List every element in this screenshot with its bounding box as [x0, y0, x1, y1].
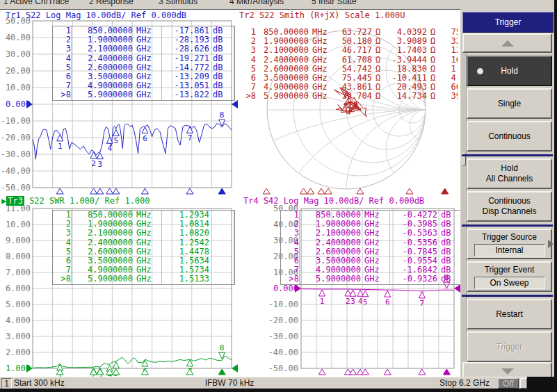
- softkey-single[interactable]: Single: [467, 88, 552, 119]
- svg-text:4: 4: [358, 297, 363, 306]
- tr1-marker-table: 1850.00000MHz-17.861dB21.9000000GHz-28.1…: [52, 26, 235, 101]
- menu-item-1[interactable]: 1 Active Ch/Trace: [3, 0, 69, 6]
- tr4-title: Tr4 S42 Log Mag 10.00dB/ Ref 0.000dB: [243, 196, 424, 206]
- marker-row: 42.4000000GHz61.708Ω-3.9444Ω16: [242, 56, 458, 65]
- softkey-label-line2: All Channels: [486, 174, 533, 184]
- svg-text:7.000: 7.000: [6, 268, 31, 277]
- svg-text:2.000: 2.000: [6, 348, 31, 357]
- marker-row: 74.9000000GHz-1.6842dB: [281, 266, 462, 275]
- softkey-value-trigger-source: Internal: [474, 244, 545, 256]
- svg-text:3: 3: [350, 297, 355, 306]
- svg-text:-10.00: -10.00: [268, 300, 298, 309]
- marker-row: 52.6000000GHz1.4478: [53, 247, 234, 256]
- marker-row: 32.1000000GHz-28.626dB: [53, 44, 234, 54]
- marker-row: 74.9000000GHz1.5734: [53, 266, 234, 275]
- svg-text:8: 8: [220, 111, 225, 120]
- softkey-label: Continuous: [488, 131, 531, 142]
- marker-row: >85.9000000GHz1.5133: [53, 275, 234, 284]
- scroll-up-icon: [501, 40, 514, 47]
- softkey-label: Continuous: [488, 196, 531, 206]
- svg-text:10.00: 10.00: [6, 220, 31, 229]
- svg-text:8.000: 8.000: [6, 252, 31, 261]
- marker-row: 63.5000000GHz75.445Ω-10.411Ω4.: [242, 74, 458, 83]
- tr3-active-badge: Tr3: [6, 196, 24, 206]
- scroll-down-icon: [501, 368, 514, 375]
- softkey-label: Trigger: [497, 342, 523, 352]
- svg-text:6.000: 6.000: [6, 284, 31, 293]
- scroll-up-button[interactable]: [462, 33, 552, 53]
- svg-text:9.000: 9.000: [6, 236, 31, 245]
- marker-row: 52.6000000GHz54.742Ω18.830Ω1.: [242, 65, 458, 74]
- svg-text:20.00: 20.00: [6, 66, 31, 76]
- status-spare-box: [520, 378, 527, 389]
- marker-row: >85.9000000GHz-13.822dB: [53, 90, 234, 99]
- svg-text:10.00: 10.00: [6, 83, 31, 92]
- screen-bottom-edge: [0, 389, 557, 392]
- svg-text:5.000: 5.000: [6, 300, 31, 309]
- tr1-title: Tr1 S22 Log Mag 10.00dB/ Ref 0.000dB: [6, 10, 186, 20]
- marker-row: 1850.00000MHz1.2934: [53, 211, 234, 220]
- svg-text:6: 6: [385, 297, 390, 307]
- tr2-title: Tr2 S22 Smith (R+jX) Scale 1.000U: [239, 10, 405, 20]
- menu-item-3[interactable]: 3 Stimulus: [159, 0, 197, 6]
- marker-row: 74.9000000GHz43.861Ω20.493Ω66: [242, 83, 458, 92]
- marker-row: 42.4000000GHz-0.5356dB: [281, 238, 462, 247]
- svg-text:-40.00: -40.00: [268, 348, 298, 357]
- tr2-marker-table: 1850.00000MHz63.727Ω4.0392Ω7521.9000000G…: [242, 28, 458, 101]
- marker-row: 74.9000000GHz-13.051dB: [53, 81, 234, 90]
- softkey-hold[interactable]: Hold: [467, 56, 552, 86]
- marker-row: 42.4000000GHz1.2542: [53, 238, 234, 247]
- stop-frequency-label: Stop 6.2 GHz: [439, 378, 490, 388]
- marker-row: 52.6000000GHz-14.772dB: [53, 63, 234, 72]
- softkey-trigger-event[interactable]: Trigger EventOn Sweep: [467, 261, 552, 292]
- softkey-trigger-source[interactable]: Trigger SourceInternal: [467, 229, 552, 259]
- marker-row: 1850.00000MHz-17.861dB: [53, 26, 234, 35]
- marker-row: 1850.00000MHz-0.4272dB: [281, 211, 462, 220]
- svg-text:-50.00: -50.00: [268, 364, 298, 373]
- svg-text:-10.00: -10.00: [1, 116, 31, 126]
- svg-text:2: 2: [346, 297, 350, 306]
- tr4-marker-table: 1850.00000MHz-0.4272dB21.9000000GHz-0.39…: [280, 210, 463, 285]
- softkey-panel: TriggerHoldSingleContinuousHoldAll Chann…: [460, 0, 554, 392]
- marker-row: 42.4000000GHz-19.271dB: [53, 54, 234, 63]
- marker-row: >85.9000000GHz-0.9326dB: [281, 275, 462, 284]
- softkey-label-line2: Disp Channels: [482, 206, 536, 217]
- svg-text:7: 7: [420, 299, 425, 308]
- softkey-scrollbar[interactable]: [461, 33, 467, 381]
- marker-row: 21.9000000GHz1.0814: [53, 220, 234, 229]
- softkey-hold-all-channels[interactable]: HoldAll Channels: [467, 158, 552, 189]
- softkey-trigger[interactable]: Trigger: [467, 332, 552, 362]
- svg-text:4: 4: [107, 144, 112, 153]
- marker-row: 32.1000000GHz46.717Ω1.7403Ω13: [242, 46, 458, 55]
- menu-item-2[interactable]: 2 Response: [89, 0, 134, 6]
- svg-text:30.00: 30.00: [6, 49, 31, 59]
- marker-row: 32.1000000GHz-0.5363dB: [281, 229, 462, 238]
- svg-text:-20.00: -20.00: [1, 133, 31, 142]
- start-frequency-label: Start 300 kHz: [14, 378, 65, 388]
- softkey-label: Single: [498, 99, 521, 109]
- softkey-label: Hold: [501, 163, 518, 174]
- svg-text:4.000: 4.000: [6, 316, 31, 325]
- marker-row: 52.6000000GHz-0.7845dB: [281, 247, 462, 256]
- menu-item-5[interactable]: 5 Instr State: [312, 0, 357, 6]
- softkey-restart[interactable]: Restart: [467, 299, 552, 329]
- status-bar: 1 Start 300 kHz IFBW 70 kHz Stop 6.2 GHz…: [0, 377, 527, 389]
- svg-text:3: 3: [98, 160, 103, 169]
- marker-row: 21.9000000GHz50.180Ω3.9089Ω32: [242, 37, 458, 46]
- softkey-label: Trigger Source: [482, 232, 537, 243]
- svg-text:1: 1: [58, 142, 63, 151]
- tr3-title-text: S22 SWR 1.000/ Ref 1.000: [24, 196, 150, 206]
- softkey-label: Trigger Event: [485, 265, 535, 275]
- svg-text:-20.00: -20.00: [268, 316, 298, 325]
- softkey-group-separator: [462, 224, 553, 227]
- softkey-label: Restart: [496, 309, 523, 320]
- menu-item-4[interactable]: 4 Mkr/Analysis: [229, 0, 284, 6]
- tr3-title: ▶Tr3 S22 SWR 1.000/ Ref 1.000: [1, 196, 150, 206]
- softkey-continuous-disp-channels[interactable]: ContinuousDisp Channels: [467, 191, 552, 222]
- softkey-group-separator: [462, 295, 553, 297]
- softkey-menu-title: Trigger: [462, 12, 554, 33]
- softkey-continuous[interactable]: Continuous: [467, 121, 552, 152]
- svg-text:40.00: 40.00: [6, 33, 31, 42]
- marker-row: 21.9000000GHz-28.193dB: [53, 35, 234, 44]
- vna-screen: 50.0040.0030.0020.0010.000.000-10.00-20.…: [0, 0, 557, 392]
